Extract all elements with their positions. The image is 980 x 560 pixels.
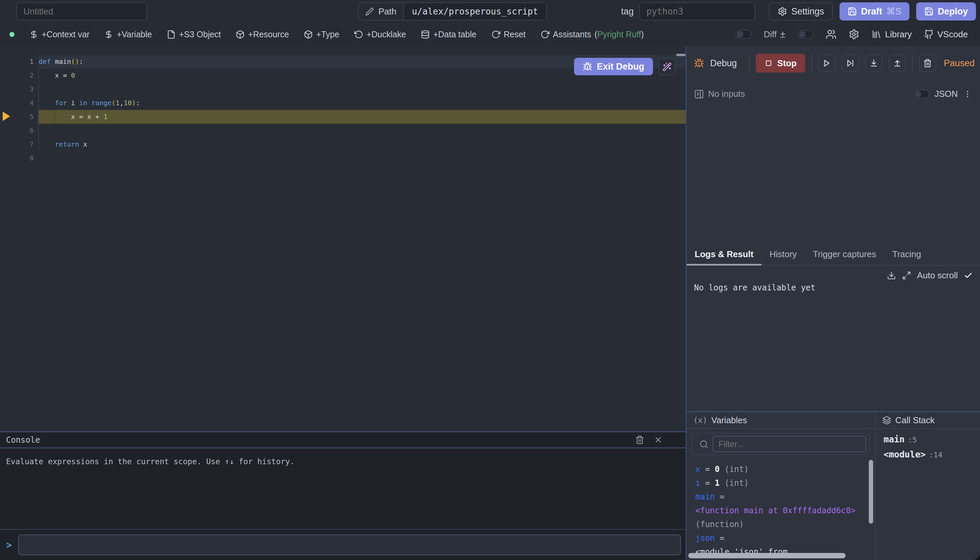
trash-icon[interactable] bbox=[635, 435, 644, 444]
variable-row[interactable]: json = bbox=[695, 532, 875, 545]
path-edit[interactable]: Path bbox=[359, 3, 403, 20]
users-icon[interactable] bbox=[826, 29, 837, 40]
variable-row[interactable]: <function main at 0xffffadadd6c0> bbox=[695, 504, 875, 518]
save-icon bbox=[848, 7, 857, 16]
step-into-button[interactable] bbox=[865, 55, 882, 72]
debug-state-section: (x) Variables x = 0 (int)i = 1 (int)main… bbox=[687, 411, 980, 560]
diff-toggle[interactable] bbox=[735, 30, 752, 39]
continue-button[interactable] bbox=[818, 55, 835, 72]
tab-history[interactable]: History bbox=[762, 243, 805, 265]
line-number[interactable]: 6 bbox=[0, 124, 33, 137]
assistants-button[interactable]: Assistants(Pyright Ruff) bbox=[541, 30, 644, 39]
ai-assistant-button[interactable] bbox=[659, 58, 676, 75]
panel-resize-handle[interactable] bbox=[676, 54, 686, 56]
code-line-4[interactable]: 4 for i in range(1,10): bbox=[0, 96, 686, 110]
reset-button[interactable]: Reset bbox=[491, 30, 526, 39]
panel-collapse-icon[interactable] bbox=[694, 89, 704, 99]
expand-icon[interactable] bbox=[902, 271, 911, 280]
gear-icon[interactable] bbox=[849, 29, 859, 40]
tag-input[interactable] bbox=[639, 2, 755, 20]
download-icon[interactable] bbox=[887, 271, 896, 280]
line-number[interactable]: 2 bbox=[0, 68, 33, 82]
logs-controls: Auto scroll bbox=[887, 270, 973, 281]
line-number[interactable]: 8 bbox=[0, 151, 33, 165]
line-number[interactable]: 4 bbox=[0, 96, 33, 110]
tab-trigger-captures[interactable]: Trigger captures bbox=[805, 243, 884, 265]
line-number[interactable]: 7 bbox=[0, 137, 33, 151]
settings-button[interactable]: Settings bbox=[769, 2, 833, 20]
collab-toggle[interactable] bbox=[797, 30, 814, 39]
console-header: Console bbox=[0, 432, 686, 448]
console-input[interactable] bbox=[18, 535, 681, 555]
stop-button[interactable]: Stop bbox=[756, 54, 805, 73]
variable-row[interactable]: x = 0 (int) bbox=[695, 463, 875, 476]
code-line-7[interactable]: 7 return x bbox=[0, 137, 686, 151]
code-editor[interactable]: 1def main():2 x = 034 for i in range(1,1… bbox=[0, 46, 686, 431]
library-button[interactable]: Library bbox=[872, 29, 912, 40]
add-context-var-button[interactable]: +Context var bbox=[29, 30, 90, 39]
no-logs-message: No logs are available yet bbox=[694, 283, 815, 292]
horizontal-scrollbar[interactable] bbox=[688, 553, 845, 558]
check-icon[interactable] bbox=[964, 271, 973, 280]
vertical-scrollbar[interactable] bbox=[869, 460, 873, 524]
settings-label: Settings bbox=[791, 7, 824, 17]
step-out-button[interactable] bbox=[888, 55, 906, 72]
json-toggle[interactable] bbox=[913, 90, 929, 98]
stop-square-icon bbox=[765, 59, 773, 67]
add-s3-object-button[interactable]: +S3 Object bbox=[167, 30, 221, 39]
save-icon bbox=[924, 7, 933, 16]
json-toggle-row: JSON bbox=[913, 89, 972, 99]
tab-tracing[interactable]: Tracing bbox=[884, 243, 929, 265]
tag-label: tag bbox=[621, 7, 634, 17]
close-icon[interactable] bbox=[654, 435, 663, 444]
variable-row[interactable]: i = 1 (int) bbox=[695, 476, 875, 490]
exit-debug-label: Exit Debug bbox=[597, 62, 644, 72]
call-stack-frame[interactable]: <module>:14 bbox=[883, 449, 980, 465]
code-line-6[interactable]: 6 bbox=[0, 124, 686, 137]
script-title-input[interactable] bbox=[16, 2, 147, 20]
console-body: Evaluate expressions in the current scop… bbox=[0, 448, 686, 529]
add-ducklake-button[interactable]: +Ducklake bbox=[354, 30, 406, 39]
line-number[interactable]: 1 bbox=[0, 55, 33, 68]
filter-input[interactable] bbox=[712, 436, 866, 452]
vscode-label: VScode bbox=[937, 29, 968, 40]
diff-button[interactable]: Diff ± bbox=[764, 28, 785, 40]
line-number[interactable]: 3 bbox=[0, 82, 33, 96]
bug-icon bbox=[583, 62, 592, 71]
code-line-5[interactable]: 5 x = x + 1 bbox=[0, 110, 686, 124]
variable-row[interactable]: main = bbox=[695, 490, 875, 504]
auto-scroll-label: Auto scroll bbox=[917, 270, 958, 281]
path-chip[interactable]: Path u/alex/prosperous_script bbox=[358, 2, 547, 20]
console-actions bbox=[635, 435, 680, 444]
arrow-down-to-line-icon bbox=[869, 59, 878, 68]
result-tabs: Logs & ResultHistoryTrigger capturesTrac… bbox=[687, 243, 980, 265]
play-icon bbox=[822, 59, 831, 68]
divider bbox=[749, 54, 750, 72]
tag-group: tag bbox=[621, 0, 755, 23]
variables-list[interactable]: x = 0 (int)i = 1 (int)main =<function ma… bbox=[687, 459, 875, 560]
debugger-panel: Debug Stop bbox=[686, 46, 980, 560]
code-line-3[interactable]: 3 bbox=[0, 82, 686, 96]
kebab-menu-icon[interactable] bbox=[963, 90, 972, 98]
variables-title: Variables bbox=[712, 415, 747, 425]
deploy-button[interactable]: Deploy bbox=[916, 2, 976, 20]
add-type-button[interactable]: +Type bbox=[304, 30, 339, 39]
github-icon bbox=[924, 29, 934, 39]
editor-toolbar: +Context var+Variable+S3 Object+Resource… bbox=[0, 23, 980, 46]
code-text: def main(): bbox=[33, 55, 83, 68]
clear-button[interactable] bbox=[919, 55, 936, 72]
variables-panel: (x) Variables x = 0 (int)i = 1 (int)main… bbox=[687, 412, 875, 560]
connection-status-dot bbox=[9, 32, 15, 37]
exit-debug-button[interactable]: Exit Debug bbox=[574, 58, 653, 75]
call-stack-frame[interactable]: main:5 bbox=[883, 434, 980, 449]
variable-row[interactable]: (function) bbox=[695, 518, 875, 532]
code-line-8[interactable]: 8 bbox=[0, 151, 686, 165]
code-text: x = 0 bbox=[33, 68, 75, 82]
draft-button[interactable]: Draft ⌘S bbox=[840, 2, 909, 20]
add-resource-button[interactable]: +Resource bbox=[236, 30, 289, 39]
tab-logs-result[interactable]: Logs & Result bbox=[687, 243, 762, 265]
add-data-table-button[interactable]: +Data table bbox=[421, 30, 477, 39]
vscode-button[interactable]: VScode bbox=[924, 29, 968, 40]
step-over-button[interactable] bbox=[842, 55, 859, 72]
add-variable-button[interactable]: +Variable bbox=[104, 30, 151, 39]
